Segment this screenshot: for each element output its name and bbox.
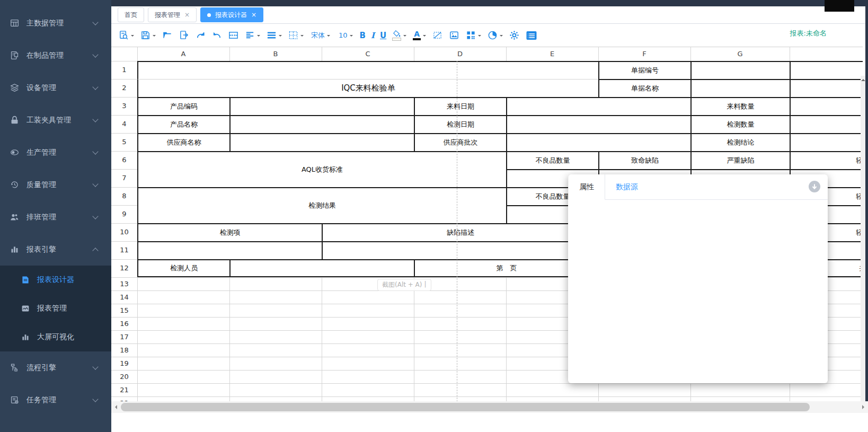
collapse-panel-button[interactable]	[809, 181, 820, 192]
sheet-cell[interactable]: 致命缺陷	[598, 151, 690, 169]
sheet-cell[interactable]: 检测结果	[137, 187, 506, 223]
panel-toggle-button[interactable]	[524, 29, 539, 42]
tab-report-designer[interactable]: 报表设计器 ×	[200, 7, 263, 22]
sheet-cell[interactable]	[137, 241, 322, 259]
column-header[interactable]: H	[790, 47, 863, 61]
column-header[interactable]: F	[598, 47, 690, 61]
font-color-button[interactable]: A	[411, 29, 428, 41]
column-header[interactable]: A	[137, 47, 229, 61]
settings-button[interactable]	[508, 29, 521, 41]
sheet-cell[interactable]: 检测结论	[690, 133, 790, 151]
sheet-cell[interactable]: 产品名称	[137, 115, 229, 133]
row-header[interactable]: 16	[111, 317, 137, 330]
tab-properties[interactable]: 属性	[568, 174, 605, 200]
sheet-cell[interactable]: 检测日期	[414, 115, 506, 133]
sheet-cell[interactable]	[137, 61, 598, 79]
sheet-cell[interactable]	[229, 97, 414, 115]
sheet-cell[interactable]	[790, 115, 863, 133]
open-button[interactable]	[161, 29, 174, 41]
qrcode-button[interactable]	[464, 29, 483, 41]
font-family-select[interactable]: 宋体	[309, 30, 332, 41]
sidebar-item-tooling[interactable]: 工装夹具管理	[0, 104, 111, 136]
tab-report-management[interactable]: 报表管理 ×	[148, 7, 197, 22]
sheet-cell[interactable]	[790, 133, 863, 151]
horizontal-scrollbar-thumb[interactable]	[121, 403, 810, 411]
merge-cells-button[interactable]	[227, 29, 240, 41]
sheet-cell[interactable]	[322, 241, 598, 259]
row-header[interactable]: 18	[111, 343, 137, 357]
sidebar-item-task-management[interactable]: 任务管理	[0, 384, 111, 416]
scroll-left-icon[interactable]	[113, 405, 117, 409]
sheet-cell[interactable]: 检测人员	[137, 259, 229, 277]
italic-button[interactable]: I	[368, 31, 377, 40]
column-header[interactable]: E	[506, 47, 598, 61]
sheet-cell[interactable]: 单据编号	[598, 61, 690, 79]
sheet-cell[interactable]: AQL收货标准	[137, 151, 506, 187]
column-header[interactable]: B	[229, 47, 322, 61]
save-button[interactable]	[139, 29, 157, 41]
tab-home[interactable]: 首页	[118, 7, 144, 22]
borders-button[interactable]	[287, 29, 305, 41]
row-header[interactable]: 4	[111, 115, 137, 133]
row-header[interactable]: 20	[111, 370, 137, 383]
sheet-cell[interactable]	[790, 61, 863, 79]
fill-color-button[interactable]	[391, 29, 408, 42]
sheet-cell[interactable]	[506, 97, 690, 115]
preview-button[interactable]	[117, 29, 136, 41]
row-header[interactable]: 5	[111, 133, 137, 151]
row-header[interactable]: 15	[111, 304, 137, 317]
row-header[interactable]: 3	[111, 97, 137, 115]
tab-datasource[interactable]: 数据源	[605, 174, 649, 199]
sidebar-item-quality[interactable]: 质量管理	[0, 169, 111, 201]
row-header[interactable]: 8	[111, 187, 137, 205]
undo-button[interactable]	[210, 29, 224, 41]
row-header[interactable]: 19	[111, 357, 137, 370]
sheet-cell[interactable]: 产品编码	[137, 97, 229, 115]
sidebar-item-scheduling[interactable]: 排班管理	[0, 201, 111, 233]
insert-image-button[interactable]	[447, 29, 461, 41]
column-header[interactable]: C	[322, 47, 414, 61]
sidebar-item-master-data[interactable]: 主数据管理	[0, 7, 111, 39]
sidebar-item-report-designer[interactable]: 报表设计器	[0, 266, 111, 294]
row-header[interactable]: 6	[111, 151, 137, 169]
column-header[interactable]: D	[414, 47, 506, 61]
sheet-cell[interactable]	[229, 133, 414, 151]
sheet-cell[interactable]	[229, 115, 414, 133]
sidebar-item-report-management[interactable]: 报表管理	[0, 294, 111, 323]
underline-button[interactable]: U	[377, 31, 389, 40]
close-icon[interactable]: ×	[251, 12, 256, 18]
sheet-cell[interactable]: 轻微缺陷	[790, 151, 863, 169]
sidebar-item-process-engine[interactable]: 流程引擎	[0, 351, 111, 384]
sheet-cell[interactable]: 缺陷描述	[322, 223, 598, 241]
font-size-select[interactable]: 10	[336, 30, 355, 40]
chart-button[interactable]	[486, 29, 504, 41]
sidebar-item-dashboard-visualization[interactable]: 大屏可视化	[0, 323, 111, 351]
sidebar-item-report-engine[interactable]: 报表引擎	[0, 233, 111, 266]
sheet-cell[interactable]: 单据名称	[598, 79, 690, 97]
export-button[interactable]	[178, 29, 191, 41]
row-header[interactable]: 7	[111, 169, 137, 187]
row-header[interactable]: 10	[111, 223, 137, 241]
row-header[interactable]: 12	[111, 259, 137, 277]
sidebar-item-wip[interactable]: 在制品管理	[0, 39, 111, 72]
sheet-cell[interactable]: 来料数量	[690, 97, 790, 115]
scroll-up-icon[interactable]	[861, 77, 865, 81]
row-header[interactable]: 21	[111, 383, 137, 396]
sidebar-item-production[interactable]: 生产管理	[0, 136, 111, 169]
row-header[interactable]: 17	[111, 330, 137, 343]
close-icon[interactable]: ×	[184, 12, 190, 18]
row-header[interactable]: 1	[111, 61, 137, 79]
sheet-cell[interactable]	[229, 259, 414, 277]
sheet-cell[interactable]: 检测数量	[690, 115, 790, 133]
row-header[interactable]: 2	[111, 79, 137, 97]
line-style-button[interactable]	[265, 29, 284, 41]
sheet-cell[interactable]	[690, 61, 790, 79]
row-header[interactable]: 14	[111, 290, 137, 304]
sheet-cell[interactable]	[790, 97, 863, 115]
horizontal-scrollbar[interactable]	[111, 401, 868, 413]
row-header[interactable]: 13	[111, 277, 137, 290]
sheet-cell[interactable]: 供应商名称	[137, 133, 229, 151]
align-button[interactable]	[243, 29, 262, 41]
bold-button[interactable]: B	[357, 31, 368, 40]
sheet-cell[interactable]	[506, 115, 690, 133]
